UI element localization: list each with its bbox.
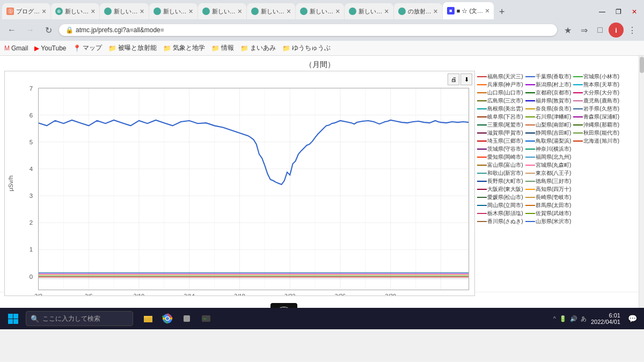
taskbar-clock[interactable]: 6:01 2022/04/01 [591,312,620,325]
url-bar-container[interactable]: 🔒 atmc.jp/prefs.cgi?a=all&mode= [59,24,557,36]
bookmarks-bar: M Gmail ▶ YouTube 📍 マップ 📁 被曝と放射能 📁 気象と地学… [0,41,644,56]
svg-rect-59 [13,314,18,319]
send-to-devices-button[interactable]: ⇒ [576,23,591,38]
close-button[interactable]: ✕ [627,4,642,19]
folder-info-label: 情報 [221,43,234,53]
start-button[interactable] [4,310,21,327]
tab-radiation[interactable]: の放射… × [394,3,442,19]
tab-label: ブログ… [16,8,40,16]
legend-item: 熊本県(天草市) [573,81,619,88]
tab-favicon-9 [398,8,406,15]
bookmark-folder-radiation[interactable]: 📁 被曝と放射能 [108,43,157,53]
legend-row-4: 広島県(三次市) 福井県(敦賀市) 鹿児島(鹿島市) [477,97,635,105]
bookmark-folder-info[interactable]: 📁 情報 [211,43,234,53]
bookmark-folder-weather[interactable]: 📁 気象と地学 [163,43,205,53]
browser-window: ⓑ ブログ… × ⊕ 新しい… × 新しい… × 新しい… × 新しい… × 新… [0,0,644,329]
profile-avatar[interactable]: i [609,23,624,38]
tab-new-4[interactable]: 新しい… × [149,3,197,19]
tab-close-icon-2[interactable]: × [91,7,95,16]
tab-new-3[interactable]: 新しい… × [100,3,148,19]
chart-svg: 7 6 5 4 3 2 1 0 -1 μSv/h [5,71,474,295]
taskbar-app-explorer[interactable] [140,310,157,327]
tab-close-icon-7[interactable]: × [335,7,340,16]
svg-point-68 [166,317,169,320]
taskbar-app-misc[interactable] [178,310,195,327]
tab-close-icon[interactable]: × [42,7,46,16]
lock-icon: 🔒 [65,26,74,34]
chart-area: 🖨 ⬇ [4,71,475,296]
svg-text:3: 3 [30,193,33,199]
tab-new-2[interactable]: ⊕ 新しい… × [51,3,99,19]
tab-close-icon-4[interactable]: × [189,7,193,16]
bookmark-maps[interactable]: 📍 マップ [73,43,102,53]
chart-wrapper: 🖨 ⬇ [4,71,635,296]
caret-icon[interactable]: ^ [553,315,556,322]
svg-rect-64 [144,316,148,318]
tab-new-5[interactable]: 新しい… × [198,3,246,19]
tab-close-icon-5[interactable]: × [238,7,242,16]
site-logo [270,303,297,308]
tab-favicon: ⓑ [6,8,14,15]
taskbar-app-chrome[interactable] [159,310,176,327]
legend-item: 北海道(旭川市) [573,137,619,145]
legend-row-14: 長野県(大町市) 徳島県(三好市) [477,178,635,185]
taskbar-speaker-icon[interactable]: 🔊 [570,315,577,322]
legend-item: 茨城県(守谷市) [477,145,523,153]
svg-rect-69 [184,315,190,322]
print-button[interactable]: 🖨 [448,73,459,85]
svg-rect-50 [39,88,469,290]
bookmark-gmail[interactable]: M Gmail [4,45,28,52]
taskbar-notification-button[interactable]: 💬 [625,311,640,326]
legend-item: 長崎県(壱岐市) [525,194,572,201]
forward-button[interactable]: → [23,23,38,38]
legend-item: 山形県(米沢市) [525,218,572,225]
tab-close-icon-active[interactable]: × [485,6,489,15]
scrollbar[interactable] [639,56,644,308]
download-button[interactable]: ⬇ [460,73,472,85]
minimize-button[interactable]: — [595,4,610,19]
legend-item: 福岡県(北九州) [525,153,572,161]
scrollbar-thumb[interactable] [640,57,644,73]
svg-text:3/26: 3/26 [335,293,346,295]
taskbar-search[interactable]: 🔍 ここに入力して検索 [26,311,133,326]
chrome-icon [162,313,173,324]
menu-button[interactable]: ⋮ [625,23,640,38]
bookmark-folder-miami[interactable]: 📁 まいあみ [240,43,276,53]
taskbar-app-terminal[interactable]: — [197,310,215,327]
chart-legend: 福島県(天沢三) 千葉県(香取市) 宮城県(小林市) 兵庫県(神戸市) 新潟県(… [477,71,635,296]
legend-item: 香川県(さぬき) [477,218,523,225]
tab-new-6[interactable]: 新しい… × [247,3,295,19]
bookmark-star-button[interactable]: ★ [560,23,575,38]
folder-radiation-label: 被曝と放射能 [118,43,157,53]
folder-info-icon: 📁 [211,45,219,52]
reload-button[interactable]: ↻ [41,23,56,38]
tab-close-icon-8[interactable]: × [384,7,389,16]
new-tab-toolbar-button[interactable]: □ [592,23,608,38]
tab-active[interactable]: ■ ■ ☆ (文… × [443,2,494,19]
taskbar-misc-icon [181,313,192,324]
tab-close-icon-3[interactable]: × [140,7,144,16]
youtube-label: YouTube [41,45,66,52]
tab-new-8[interactable]: 新しい… × [345,3,393,19]
bookmark-folder-youtube[interactable]: 📁 ゆうちゅうぶ [282,43,331,53]
svg-text:3/14: 3/14 [184,293,195,295]
taskbar-lang-icon[interactable]: あ [581,315,587,323]
tab-close-icon-9[interactable]: × [434,7,438,16]
legend-item: 新潟県(村上市) [525,81,572,88]
tab-new-7[interactable]: 新しい… × [296,3,344,19]
tab-favicon-6 [251,8,259,15]
legend-item: 青森県(深浦町) [573,113,619,121]
legend-item: 栃木県(那須塩) [477,210,523,217]
windows-logo-icon [8,313,18,324]
taskbar-battery-icon[interactable]: 🔋 [559,315,567,322]
toolbar-icons: ★ ⇒ □ i ⋮ [560,23,640,38]
tab-close-icon-6[interactable]: × [287,7,291,16]
tab-favicon-4 [153,8,161,15]
tab-blog[interactable]: ⓑ ブログ… × [2,3,50,19]
restore-button[interactable]: ❐ [611,4,626,19]
back-button[interactable]: ← [4,23,19,38]
bookmark-youtube[interactable]: ▶ YouTube [34,45,66,52]
folder-youtube-label: ゆうちゅうぶ [292,43,331,53]
svg-text:3/30: 3/30 [385,293,396,295]
new-tab-button[interactable]: + [494,4,509,19]
